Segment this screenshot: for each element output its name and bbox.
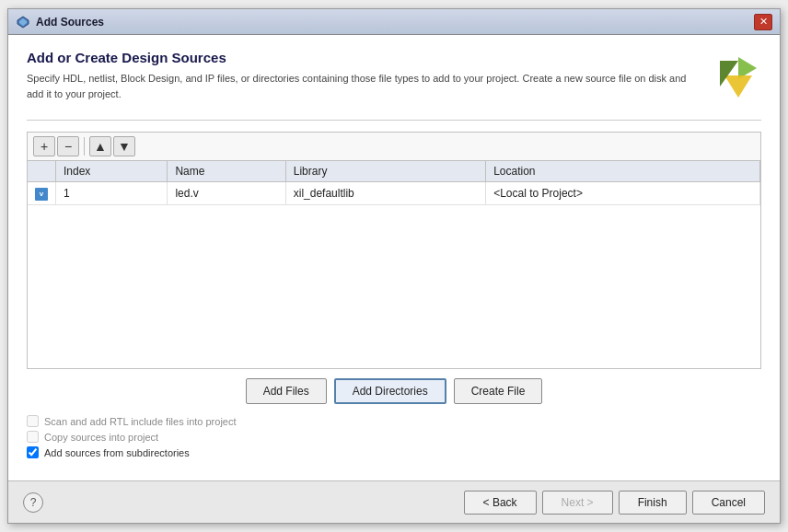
- next-button[interactable]: Next >: [542, 491, 613, 515]
- file-toolbar: + − ▲ ▼: [27, 132, 761, 160]
- dialog-title: Add or Create Design Sources: [27, 50, 691, 65]
- cancel-label: Cancel: [712, 496, 746, 509]
- row-index: 1: [56, 182, 168, 205]
- svg-marker-4: [724, 75, 752, 98]
- scan-rtl-label: Scan and add RTL include files into proj…: [44, 416, 237, 427]
- next-label: Next >: [562, 496, 594, 509]
- add-subdirs-checkbox-row[interactable]: Add sources from subdirectories: [27, 446, 761, 458]
- action-buttons-row: Add Files Add Directories Create File: [27, 369, 761, 411]
- back-label: < Back: [483, 496, 517, 509]
- copy-sources-checkbox[interactable]: [27, 431, 39, 443]
- copy-sources-checkbox-row[interactable]: Copy sources into project: [27, 431, 761, 443]
- add-directories-button[interactable]: Add Directories: [334, 378, 446, 404]
- copy-sources-label: Copy sources into project: [44, 432, 158, 443]
- add-files-button[interactable]: Add Files: [246, 378, 327, 404]
- navigation-buttons: < Back Next > Finish Cancel: [464, 491, 765, 515]
- app-logo: [706, 50, 761, 105]
- help-button[interactable]: ?: [23, 492, 43, 513]
- cancel-button[interactable]: Cancel: [692, 491, 765, 515]
- col-library: Library: [285, 161, 485, 182]
- row-icon-cell: v: [28, 182, 56, 205]
- back-button[interactable]: < Back: [464, 491, 537, 515]
- header-section: Add or Create Design Sources Specify HDL…: [27, 50, 761, 105]
- scan-rtl-checkbox-row[interactable]: Scan and add RTL include files into proj…: [27, 415, 761, 427]
- toolbar-separator: [84, 137, 85, 156]
- finish-button[interactable]: Finish: [619, 491, 687, 515]
- verilog-file-icon: v: [35, 188, 48, 201]
- add-subdirs-label: Add sources from subdirectories: [44, 447, 190, 458]
- options-checkboxes: Scan and add RTL include files into proj…: [27, 411, 761, 466]
- col-name: Name: [168, 161, 285, 182]
- app-icon: [16, 15, 30, 29]
- title-bar-text: Add Sources: [36, 16, 754, 29]
- header-text: Add or Create Design Sources Specify HDL…: [27, 50, 691, 101]
- row-location: <Local to Project>: [486, 182, 760, 205]
- col-index: Index: [56, 161, 168, 182]
- row-name: led.v: [168, 182, 285, 205]
- table-header-row: Index Name Library Location: [28, 161, 760, 182]
- col-location: Location: [486, 161, 760, 182]
- sources-table-container: Index Name Library Location v 1 led.v xi…: [27, 160, 761, 369]
- add-subdirs-checkbox[interactable]: [27, 446, 39, 458]
- dialog-footer: ? < Back Next > Finish Cancel: [8, 480, 780, 523]
- sources-table: Index Name Library Location v 1 led.v xi…: [28, 161, 760, 205]
- header-divider: [27, 120, 761, 121]
- move-down-toolbar-button[interactable]: ▼: [113, 136, 135, 156]
- row-library: xil_defaultlib: [285, 182, 485, 205]
- table-row[interactable]: v 1 led.v xil_defaultlib <Local to Proje…: [28, 182, 760, 205]
- add-file-toolbar-button[interactable]: +: [33, 136, 55, 156]
- dialog-description: Specify HDL, netlist, Block Design, and …: [27, 71, 691, 101]
- main-content: Add or Create Design Sources Specify HDL…: [8, 35, 780, 480]
- col-icon: [28, 161, 56, 182]
- main-window: Add Sources ✕ Add or Create Design Sourc…: [7, 8, 781, 524]
- move-up-toolbar-button[interactable]: ▲: [89, 136, 111, 156]
- title-bar: Add Sources ✕: [8, 9, 780, 35]
- scan-rtl-checkbox[interactable]: [27, 415, 39, 427]
- close-button[interactable]: ✕: [754, 14, 772, 30]
- create-file-button[interactable]: Create File: [454, 378, 543, 404]
- remove-file-toolbar-button[interactable]: −: [57, 136, 79, 156]
- finish-label: Finish: [638, 496, 667, 509]
